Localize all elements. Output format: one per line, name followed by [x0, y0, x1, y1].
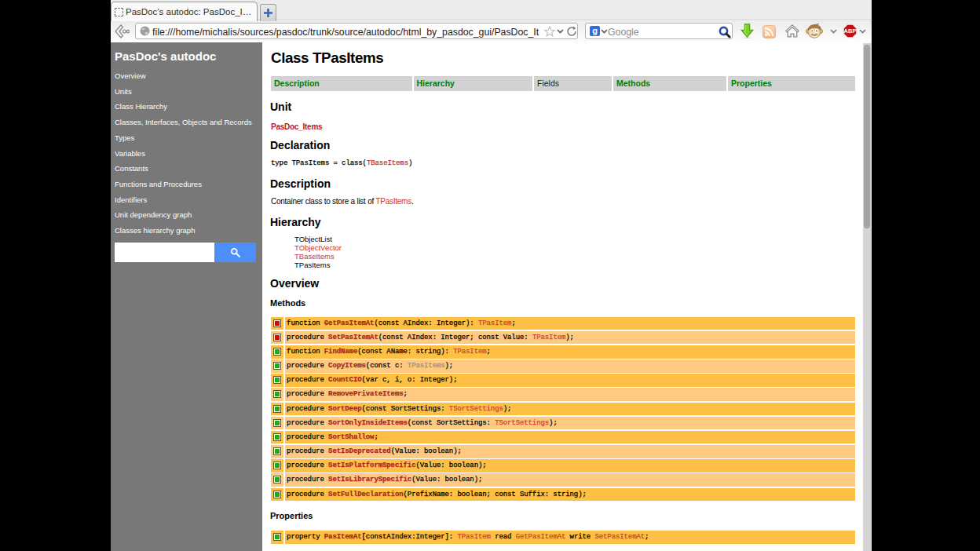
svg-text:ABP: ABP: [844, 27, 857, 35]
